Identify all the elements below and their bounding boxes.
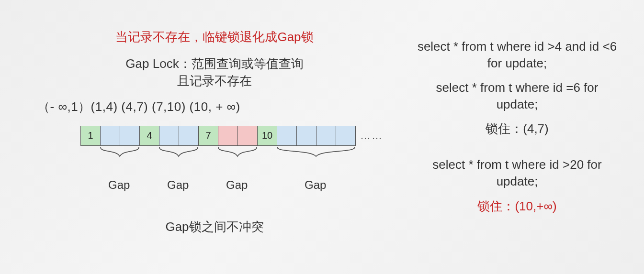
ellipsis: …… (360, 130, 383, 142)
cell-value-7: 7 (198, 126, 218, 146)
cells-row: 14710 (80, 126, 396, 146)
cell-empty-4 (159, 126, 179, 146)
subtitle: Gap Lock：范围查询或等值查询 且记录不存在 (33, 55, 396, 90)
cell-empty-8 (237, 126, 258, 146)
right-panel: select * from t where id >4 and id <6 fo… (417, 38, 618, 215)
cell-empty-7 (218, 126, 238, 146)
cell-empty-12 (316, 126, 336, 146)
brace-2 (159, 147, 198, 161)
gap-label-3: Gap (226, 178, 248, 192)
cell-empty-2 (120, 126, 140, 146)
cell-value-10: 10 (257, 126, 277, 146)
cell-empty-10 (277, 126, 297, 146)
brace-3 (218, 147, 257, 161)
left-panel: 当记录不存在，临键锁退化成Gap锁 Gap Lock：范围查询或等值查询 且记录… (33, 29, 396, 235)
cell-empty-1 (100, 126, 120, 146)
cell-empty-13 (336, 126, 356, 146)
subtitle-line1: Gap Lock：范围查询或等值查询 (125, 56, 303, 71)
sql-statement-1: select * from t where id >4 and id <6 fo… (417, 38, 618, 72)
gap-label-1: Gap (108, 178, 130, 192)
interval-list: （- ∞,1）(1,4) (4,7) (7,10) (10, + ∞) (33, 99, 396, 115)
brace-4 (277, 147, 355, 161)
cells-diagram: 14710 …… Gap Gap Gap Gap (80, 126, 396, 195)
cell-empty-11 (296, 126, 316, 146)
gap-label-2: Gap (167, 178, 189, 192)
gap-label-4: Gap (305, 178, 326, 192)
brace-1 (100, 147, 139, 161)
cell-empty-5 (179, 126, 199, 146)
sql-statement-2: select * from t where id =6 for update; (417, 79, 618, 113)
braces-row (80, 147, 396, 164)
cell-value-4: 4 (139, 126, 159, 146)
subtitle-line2: 且记录不存在 (177, 74, 252, 88)
sql-statement-3: select * from t where id >20 for update; (417, 156, 618, 190)
gap-labels-row: Gap Gap Gap Gap (80, 178, 396, 195)
lock-result-2: 锁住：(10,+∞) (417, 198, 618, 215)
cell-value-1: 1 (80, 126, 101, 146)
footer-note: Gap锁之间不冲突 (33, 219, 396, 235)
lock-result-1: 锁住：(4,7) (417, 121, 618, 137)
title-red: 当记录不存在，临键锁退化成Gap锁 (33, 29, 396, 45)
